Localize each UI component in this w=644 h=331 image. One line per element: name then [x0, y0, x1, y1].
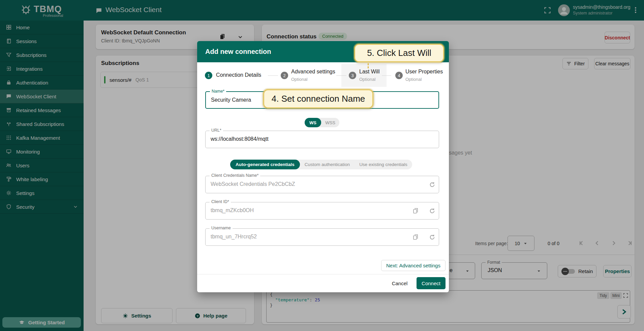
step-3-label[interactable]: Last Will — [359, 69, 379, 75]
step-2-circle[interactable]: 2 — [281, 72, 288, 79]
cancel-button[interactable]: Cancel — [388, 277, 412, 289]
step-4-circle[interactable]: 4 — [395, 72, 403, 79]
url-field-label: URL* — [210, 128, 223, 133]
callout-click-last-will: 5. Click Last Will — [354, 44, 444, 62]
username-value: tbmq_un_7Hrcrq52 — [211, 234, 257, 240]
copy-icon[interactable] — [412, 207, 419, 214]
credentials-name-field[interactable]: Client Credentials Name* WebSocket Crede… — [205, 176, 439, 193]
name-field-value: Security Camera — [211, 97, 251, 103]
dialog-title: Add new connection — [205, 48, 271, 56]
client-id-label: Client ID* — [210, 199, 231, 204]
step-lastwill-highlight — [341, 64, 387, 87]
client-id-field[interactable]: Client ID* tbmq_mZKcb0OH — [205, 202, 439, 220]
step-connector — [382, 75, 391, 76]
regenerate-icon[interactable] — [429, 181, 436, 188]
wss-toggle-option[interactable]: WSS — [321, 118, 339, 127]
url-field-value: ws://localhost:8084/mqtt — [211, 136, 269, 142]
dialog-footer-divider — [197, 274, 449, 274]
protocol-toggle: WS WSS — [305, 118, 339, 127]
ws-toggle-option[interactable]: WS — [305, 118, 321, 127]
regenerate-icon[interactable] — [429, 207, 436, 214]
name-field-label: Name* — [210, 89, 226, 94]
step-2-optional: Optional — [291, 77, 307, 82]
add-connection-dialog: Add new connection 1 Connection Details … — [197, 41, 449, 292]
regenerate-icon[interactable] — [429, 234, 436, 241]
next-button-label: Next: Advanced settings — [386, 263, 440, 268]
username-field[interactable]: Username tbmq_un_7Hrcrq52 — [205, 228, 439, 246]
credentials-name-label: Client Credentials Name* — [210, 173, 260, 178]
client-id-value: tbmq_mZKcb0OH — [211, 207, 254, 213]
step-3-circle[interactable]: 3 — [349, 72, 356, 79]
step-2-label[interactable]: Advanced settings — [291, 69, 335, 75]
step-4-optional: Optional — [405, 77, 422, 82]
url-field[interactable]: URL* ws://localhost:8084/mqtt — [205, 131, 439, 148]
callout-connector-line — [368, 63, 369, 68]
credentials-name-value: WebSocket Credentials Pe2CbCbZ — [211, 181, 295, 187]
tab-custom-authentication[interactable]: Custom authentication — [300, 160, 355, 169]
step-connector — [336, 75, 346, 76]
next-advanced-settings-button[interactable]: Next: Advanced settings — [381, 260, 446, 271]
cancel-button-label: Cancel — [392, 280, 408, 286]
connect-button[interactable]: Connect — [417, 277, 446, 289]
step-connector — [268, 75, 278, 76]
tab-use-existing[interactable]: Use existing credentials — [355, 160, 412, 169]
step-1-circle[interactable]: 1 — [205, 72, 212, 79]
connect-button-label: Connect — [422, 280, 440, 286]
credentials-tabs: Auto-generated credentials Custom authen… — [230, 160, 412, 169]
step-1-label[interactable]: Connection Details — [216, 72, 261, 78]
app-window: TBMQ Professional WebSocket Client sysad… — [0, 0, 644, 331]
callout-set-connection-name: 4. Set connection Name — [263, 89, 373, 108]
step-3-optional: Optional — [359, 77, 375, 82]
step-4-label[interactable]: User Properties — [405, 69, 443, 75]
tab-auto-generated[interactable]: Auto-generated credentials — [230, 160, 300, 169]
username-label: Username — [210, 226, 233, 230]
copy-icon[interactable] — [412, 234, 419, 240]
